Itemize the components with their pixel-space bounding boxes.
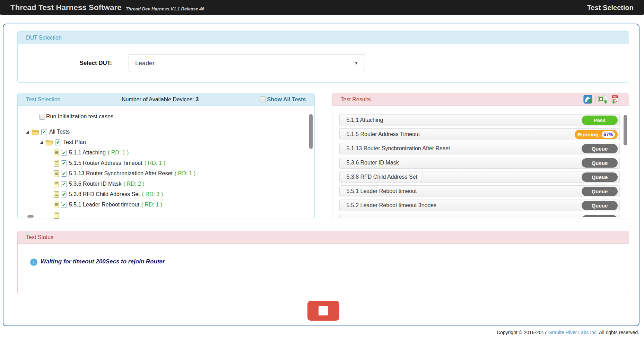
status-label: Queue (592, 174, 608, 180)
status-label: Queue (592, 203, 608, 209)
test-results-body: 5.1.1 Attaching Pass 5.1.5 Router Addres… (332, 106, 629, 217)
test-status-heading: Test Status (18, 231, 629, 244)
tree-item-partial[interactable] (18, 210, 314, 219)
tree-item-testcase[interactable]: ✔ 5.1.13 Router Synchronization After Re… (18, 168, 314, 179)
copyright-suffix: All rights reserved. (598, 330, 639, 335)
tree-item-testcase[interactable]: ✔ 5.1.1 Attaching ( RD: 1 ) (18, 147, 314, 158)
show-all-tests-checkbox[interactable] (260, 96, 266, 102)
folder-icon (45, 140, 53, 145)
result-row[interactable]: Queue (339, 214, 620, 217)
show-all-tests-toggle[interactable]: Show All Tests (260, 96, 306, 103)
all-tests-label: All Tests (49, 129, 70, 135)
testcase-rd-count: ( RD: 1 ) (145, 160, 165, 166)
tree-item-testcase[interactable]: ✔ 5.3.8 RFD Child Address Set ( RD: 3 ) (18, 189, 314, 200)
info-icon: i (30, 259, 37, 266)
middle-row: Test Selection Number of Available Devic… (17, 93, 629, 219)
testcase-checkbox[interactable]: ✔ (61, 202, 67, 208)
tree-expand-icon[interactable] (40, 141, 43, 144)
tree-expand-icon[interactable] (26, 130, 29, 134)
run-init-row[interactable]: Run Initialization test cases (39, 113, 314, 120)
status-label: Queue (592, 146, 608, 152)
testcase-checkbox[interactable]: ✔ (61, 192, 67, 197)
result-row[interactable]: 5.3.6 Router ID Mask Queue (339, 157, 620, 169)
stop-button[interactable] (307, 301, 339, 321)
result-row[interactable]: 5.1.13 Router Synchronization After Rese… (339, 143, 620, 154)
tree-item-testcase[interactable]: ✔ 5.1.5 Router Address Timeout ( RD: 1 ) (18, 158, 314, 168)
test-results-heading: Test Results PDF (332, 93, 629, 106)
test-status-panel: Test Status i Waiting for timeout 200Sec… (17, 231, 629, 294)
result-test-name: 5.3.8 RFD Child Address Set (347, 174, 418, 180)
result-test-name: 5.1.13 Router Synchronization After Rese… (347, 145, 450, 152)
dut-selection-title: DUT Selection (26, 35, 62, 41)
result-row[interactable]: 5.5.2 Leader Reboot timeout 3nodes Queue (339, 200, 620, 211)
run-init-checkbox[interactable] (39, 114, 45, 120)
copyright-prefix: Copyright © 2016-2017 (497, 330, 548, 335)
run-init-label: Run Initialization test cases (46, 113, 113, 120)
pdf-export-icon[interactable]: PDF (610, 95, 620, 104)
result-test-name: 5.5.1 Leader Reboot timeout (347, 188, 417, 194)
test-selection-heading: Test Selection Number of Available Devic… (18, 93, 314, 106)
status-label: Queue (592, 188, 608, 194)
app-title: Thread Test Harness Software (10, 3, 122, 12)
select-dut-label: Select DUT: (18, 60, 112, 67)
main-container: DUT Selection Select DUT: Leader ▼ Test … (3, 24, 639, 326)
testcase-checkbox[interactable]: ✔ (61, 150, 67, 156)
available-devices-count: 3 (195, 96, 199, 102)
progress-percent: 67% (602, 131, 615, 138)
document-icon (54, 202, 59, 208)
result-row[interactable]: 5.5.1 Leader Reboot timeout Queue (339, 185, 620, 197)
status-badge: Queue (582, 144, 618, 153)
result-test-name: 5.1.5 Router Address Timeout (347, 131, 420, 137)
svg-text:PDF: PDF (613, 95, 617, 98)
status-badge: Queue (582, 172, 618, 182)
tree-item-test-plan[interactable]: ✔ Test Plan (18, 137, 314, 147)
testcase-rd-count: ( RD: 1 ) (141, 202, 162, 208)
dut-select-dropdown[interactable]: Leader ▼ (129, 54, 365, 72)
dropdown-caret-icon: ▼ (354, 61, 358, 66)
test-plan-checkbox[interactable]: ✔ (55, 140, 61, 145)
status-badge: Running.. 67% (575, 130, 618, 139)
status-badge: Queue (582, 201, 618, 210)
result-row[interactable]: 5.1.1 Attaching Pass (339, 114, 620, 126)
testcase-rd-count: ( RD: 3 ) (142, 191, 163, 197)
document-icon (54, 181, 59, 187)
dut-selection-panel: DUT Selection Select DUT: Leader ▼ (17, 31, 629, 83)
tree-vertical-scrollbar[interactable] (309, 114, 313, 149)
stop-icon (319, 306, 328, 315)
status-label: Running.. (577, 132, 601, 137)
result-row[interactable]: 5.1.5 Router Address Timeout Running.. 6… (339, 128, 620, 140)
results-vertical-scrollbar[interactable] (624, 115, 627, 145)
status-badge: Queue (582, 158, 618, 168)
current-page-title: Test Selection (587, 4, 634, 12)
dut-selection-heading: DUT Selection (18, 32, 629, 44)
wireshark-export-icon[interactable] (583, 95, 593, 104)
tree-horizontal-scrollbar[interactable] (27, 215, 34, 218)
company-link[interactable]: Granite River Labs Inc. (548, 330, 598, 335)
testcase-checkbox[interactable]: ✔ (61, 181, 67, 187)
all-tests-checkbox[interactable]: ✔ (41, 129, 47, 135)
testcase-label: 5.3.8 RFD Child Address Set (69, 191, 140, 197)
icon-divider (595, 96, 595, 103)
test-results-panel: Test Results PDF (332, 93, 629, 219)
testcase-checkbox[interactable]: ✔ (61, 171, 67, 177)
dut-selection-body: Select DUT: Leader ▼ (18, 44, 629, 82)
excel-export-icon[interactable] (598, 95, 608, 104)
status-label: Queue (592, 160, 608, 166)
page: Thread Test Harness Software Thread Dev … (0, 0, 644, 338)
testcase-label: 5.5.1 Leader Reboot timeout (69, 202, 139, 208)
tree-testcase-list: ✔ 5.1.1 Attaching ( RD: 1 ) (18, 147, 314, 210)
test-status-title: Test Status (26, 234, 53, 240)
test-results-title: Test Results (341, 96, 371, 103)
result-row[interactable]: 5.3.8 RFD Child Address Set Queue (339, 171, 620, 183)
tree-item-testcase[interactable]: ✔ 5.5.1 Leader Reboot timeout ( RD: 1 ) (18, 200, 314, 210)
document-icon (54, 150, 59, 156)
app-version-subtitle: Thread Dev Harness V1.1 Release 46 (126, 6, 204, 11)
dut-select-value: Leader (135, 60, 155, 67)
status-message: Waiting for timeout 200Secs to rejoin Ro… (41, 258, 165, 265)
tree-item-all-tests[interactable]: ✔ All Tests (18, 127, 314, 137)
status-badge: Queue (582, 215, 618, 217)
available-devices-label: Number of Available Devices: (122, 96, 195, 102)
tree-item-testcase[interactable]: ✔ 5.3.6 Router ID Mask ( RD: 2 ) (18, 179, 314, 189)
document-icon (54, 212, 59, 219)
testcase-checkbox[interactable]: ✔ (61, 160, 67, 166)
